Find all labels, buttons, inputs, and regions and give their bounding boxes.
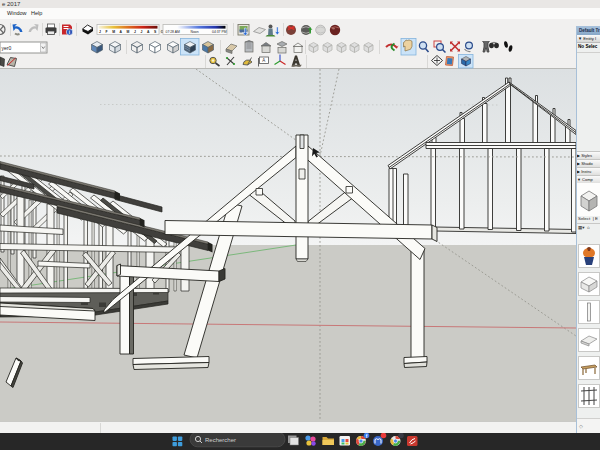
svg-text:Rechercher: Rechercher [205, 437, 236, 443]
svg-text:yer0: yer0 [2, 45, 12, 51]
svg-text:A: A [262, 58, 265, 63]
